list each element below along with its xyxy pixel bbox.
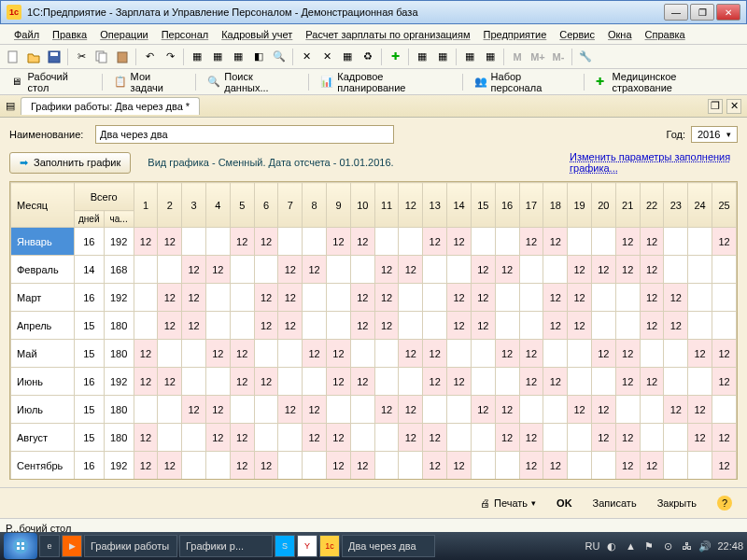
- clock[interactable]: 22:48: [717, 540, 743, 552]
- menu-payroll[interactable]: Расчет зарплаты по организациям: [299, 27, 476, 42]
- tb-icon[interactable]: ▦: [413, 48, 431, 66]
- cut-icon[interactable]: ✂: [72, 48, 91, 66]
- svg-point-6: [13, 539, 28, 553]
- tb-icon[interactable]: ▦: [229, 48, 247, 66]
- close-form-button[interactable]: Закрыть: [652, 496, 702, 511]
- nav-bar: 🖥Рабочий стол 📋Мои задачи 🔍Поиск данных.…: [0, 69, 747, 95]
- menu-edit[interactable]: Правка: [46, 27, 93, 42]
- minimize-button[interactable]: —: [664, 4, 688, 21]
- svg-rect-0: [8, 51, 17, 63]
- taskbar-tab[interactable]: Два через два: [342, 535, 435, 557]
- tray-icon[interactable]: ▲: [624, 539, 637, 553]
- people-icon: 👥: [474, 76, 487, 89]
- nav-recruit[interactable]: 👥Набор персонала: [469, 69, 578, 95]
- tray-icon[interactable]: ⊙: [661, 539, 674, 553]
- table-row[interactable]: Февраль14168121212121212121212121212: [11, 256, 737, 284]
- close-button[interactable]: ✕: [716, 4, 740, 21]
- nav-tasks[interactable]: 📋Мои задачи: [108, 69, 190, 95]
- table-row[interactable]: Июль15180121212121212121212121212: [11, 396, 737, 424]
- tab-close-icon[interactable]: ✕: [726, 99, 741, 114]
- tb-icon[interactable]: ▦: [481, 48, 500, 66]
- help-icon: ?: [717, 496, 732, 511]
- save-icon[interactable]: [45, 48, 63, 66]
- tb-icon[interactable]: ▦: [338, 48, 357, 66]
- table-row[interactable]: Май1518012121212121212121212121212: [11, 340, 737, 368]
- volume-icon[interactable]: 🔊: [698, 539, 712, 553]
- menu-personnel[interactable]: Персонал: [155, 27, 216, 42]
- tb-icon[interactable]: 🔍: [270, 48, 289, 66]
- undo-icon[interactable]: ↶: [140, 48, 159, 66]
- taskbar: e ▶ Графики работы Графики р... S Y 1c Д…: [0, 532, 747, 560]
- tab-window-icon[interactable]: ❐: [708, 99, 723, 114]
- help-button[interactable]: ?: [712, 494, 738, 512]
- menu-service[interactable]: Сервис: [553, 27, 601, 42]
- tab-active[interactable]: Графики работы: Два через два *: [21, 97, 200, 115]
- ok-button[interactable]: OK: [551, 496, 578, 511]
- table-row[interactable]: Январь1619212121212121212121212121212: [11, 228, 737, 256]
- fill-button[interactable]: ➡ Заполнить график: [9, 152, 131, 174]
- tasks-icon: 📋: [114, 76, 127, 89]
- print-button[interactable]: 🖨Печать▾: [474, 496, 542, 511]
- change-params-link[interactable]: Изменить параметры заполнения графика...: [570, 151, 738, 174]
- tb-icon[interactable]: 🔧: [576, 48, 595, 66]
- year-select[interactable]: 2016▾: [691, 126, 738, 143]
- tb-m-icon[interactable]: M: [508, 48, 527, 66]
- table-row[interactable]: Апрель15180121212121212121212121212: [11, 312, 737, 340]
- menu-enterprise[interactable]: Предприятие: [477, 27, 554, 42]
- lang-indicator[interactable]: RU: [585, 540, 600, 552]
- nav-medical[interactable]: ✚Медицинское страхование: [590, 69, 741, 95]
- year-label: Год:: [666, 129, 685, 140]
- table-row[interactable]: Март16192121212121212121212121212: [11, 284, 737, 312]
- tb-mplus-icon[interactable]: M+: [529, 48, 547, 66]
- nav-search[interactable]: 🔍Поиск данных...: [202, 69, 303, 95]
- tb-icon[interactable]: ✕: [297, 48, 316, 66]
- taskbar-1c-icon[interactable]: 1c: [319, 535, 340, 557]
- taskbar-tab[interactable]: Графики р...: [179, 535, 273, 557]
- schedule-grid[interactable]: МесяцВсего123456789101112131415161718192…: [9, 181, 738, 480]
- save-button[interactable]: Записать: [587, 496, 642, 511]
- network-icon[interactable]: 🖧: [680, 539, 693, 553]
- paste-icon[interactable]: [113, 48, 132, 66]
- cross-icon: ✚: [596, 76, 609, 89]
- taskbar-ie-icon[interactable]: e: [39, 535, 60, 557]
- menu-windows[interactable]: Окна: [601, 27, 639, 42]
- table-row[interactable]: Сентябрь1619212121212121212121212121212: [11, 452, 737, 480]
- nav-planning[interactable]: 📊Кадровое планирование: [315, 69, 456, 95]
- maximize-button[interactable]: ❐: [690, 4, 714, 21]
- tb-icon[interactable]: ✚: [386, 48, 404, 66]
- chart-icon: 📊: [320, 76, 333, 89]
- open-icon[interactable]: [24, 48, 43, 66]
- bottom-bar: 🖨Печать▾ OK Записать Закрыть ?: [0, 487, 747, 518]
- tb-icon[interactable]: ◧: [249, 48, 268, 66]
- taskbar-y-icon[interactable]: Y: [297, 535, 317, 557]
- name-input[interactable]: [95, 125, 394, 144]
- tb-mminus-icon[interactable]: M-: [549, 48, 568, 66]
- menu-bar: Файл Правка Операции Персонал Кадровый у…: [0, 24, 747, 45]
- taskbar-tab[interactable]: Графики работы: [84, 535, 177, 557]
- menu-help[interactable]: Справка: [639, 27, 692, 42]
- tb-icon[interactable]: ▦: [460, 48, 479, 66]
- menu-hr[interactable]: Кадровый учет: [215, 27, 299, 42]
- tb-icon[interactable]: ♻: [359, 48, 377, 66]
- form-body: Наименование: Год: 2016▾ ➡ Заполнить гра…: [0, 118, 747, 487]
- name-label: Наименование:: [9, 129, 95, 140]
- menu-file[interactable]: Файл: [7, 27, 46, 42]
- new-icon[interactable]: [4, 48, 22, 66]
- flag-icon[interactable]: ⚑: [642, 539, 655, 553]
- menu-operations[interactable]: Операции: [93, 27, 154, 42]
- table-row[interactable]: Июнь1619212121212121212121212121212: [11, 368, 737, 396]
- tb-icon[interactable]: ▦: [433, 48, 452, 66]
- taskbar-app-icon[interactable]: ▶: [62, 535, 82, 557]
- taskbar-skype-icon[interactable]: S: [275, 535, 295, 557]
- window-title: 1С:Предприятие - Зарплата и Управление П…: [27, 7, 664, 18]
- tray-icon[interactable]: ◐: [605, 539, 618, 553]
- redo-icon[interactable]: ↷: [161, 48, 179, 66]
- tab-list-icon[interactable]: ▤: [6, 100, 15, 112]
- table-row[interactable]: Август1518012121212121212121212121212: [11, 424, 737, 452]
- copy-icon[interactable]: [92, 48, 111, 66]
- tb-icon[interactable]: ✕: [317, 48, 336, 66]
- tb-icon[interactable]: ▦: [188, 48, 206, 66]
- tb-icon[interactable]: ▦: [208, 48, 227, 66]
- start-button[interactable]: [4, 533, 37, 559]
- nav-desktop[interactable]: 🖥Рабочий стол: [6, 69, 96, 95]
